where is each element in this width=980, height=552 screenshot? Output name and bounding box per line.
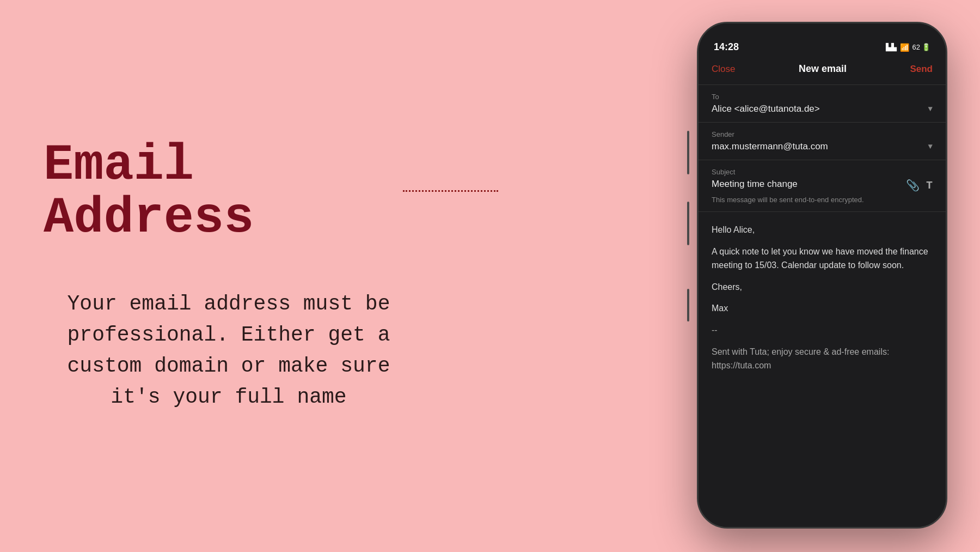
compose-header-title: New email	[799, 63, 847, 75]
email-compose-screen: Close New email Send To Alice <alice@tut…	[699, 53, 946, 527]
left-panel: Email Address Your email address must be…	[0, 0, 468, 552]
signal-icon: ▙▙	[886, 43, 897, 51]
subject-row: Meeting time change 📎 T	[712, 179, 933, 192]
dotted-line-decoration	[403, 190, 498, 192]
to-chevron-icon: ▼	[928, 105, 933, 113]
battery-indicator: 62 🔋	[912, 43, 930, 51]
body-signature-divider: --	[712, 323, 933, 337]
scroll-indicator-3	[687, 289, 689, 322]
body-closing-2: Max	[712, 301, 933, 316]
format-text-icon[interactable]: T	[926, 179, 933, 192]
scroll-indicator-2	[687, 202, 689, 245]
phone-mockup: 14:28 ▙▙ 📶 62 🔋 Close New email Send	[697, 22, 947, 529]
body-closing-1: Cheers,	[712, 280, 933, 294]
status-bar: 14:28 ▙▙ 📶 62 🔋	[699, 23, 946, 53]
compose-body[interactable]: Hello Alice, A quick note to let you kno…	[699, 212, 946, 391]
wifi-icon: 📶	[900, 43, 909, 52]
send-button[interactable]: Send	[910, 64, 933, 75]
close-button[interactable]: Close	[712, 64, 735, 75]
encryption-notice: This message will be sent end-to-end enc…	[712, 192, 933, 204]
attachment-icon[interactable]: 📎	[906, 179, 920, 192]
to-label: To	[712, 93, 933, 101]
battery-level: 62	[912, 43, 920, 51]
sender-value[interactable]: max.mustermann@tuta.com	[712, 141, 828, 152]
page-subtitle: Your email address must be professional.…	[44, 288, 414, 413]
sender-label: Sender	[712, 130, 933, 138]
to-value[interactable]: Alice <alice@tutanota.de>	[712, 104, 820, 114]
phone-frame: 14:28 ▙▙ 📶 62 🔋 Close New email Send	[697, 22, 947, 529]
body-paragraph: A quick note to let you know we have mov…	[712, 245, 933, 272]
compose-header: Close New email Send	[699, 53, 946, 85]
page-title: Email Address	[44, 139, 425, 245]
scroll-indicator	[687, 131, 689, 174]
subject-field: Subject Meeting time change 📎 T This mes…	[699, 160, 946, 212]
body-greeting: Hello Alice,	[712, 223, 933, 237]
body-signature: Sent with Tuta; enjoy secure & ad-free e…	[712, 345, 933, 373]
sender-row: max.mustermann@tuta.com ▼	[712, 141, 933, 152]
subject-value[interactable]: Meeting time change	[712, 179, 798, 190]
status-icons: ▙▙ 📶 62 🔋	[886, 43, 930, 52]
battery-icon: 🔋	[922, 43, 930, 51]
subject-label: Subject	[712, 168, 933, 176]
to-row: Alice <alice@tutanota.de> ▼	[712, 104, 933, 114]
to-field: To Alice <alice@tutanota.de> ▼	[699, 85, 946, 123]
sender-field: Sender max.mustermann@tuta.com ▼	[699, 123, 946, 160]
subject-action-icons: 📎 T	[906, 179, 933, 192]
sender-chevron-icon: ▼	[928, 142, 933, 151]
status-time: 14:28	[714, 41, 739, 53]
